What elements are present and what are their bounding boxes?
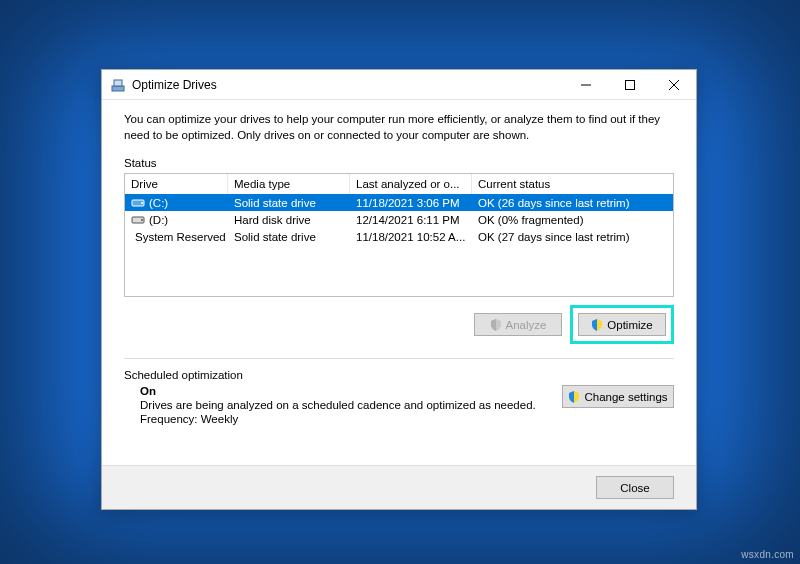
- optimize-drives-window: Optimize Drives You can optimize your dr…: [101, 69, 697, 510]
- table-row[interactable]: System ReservedSolid state drive11/18/20…: [125, 228, 673, 245]
- change-settings-label: Change settings: [584, 391, 667, 403]
- table-row[interactable]: (D:)Hard disk drive12/14/2021 6:11 PMOK …: [125, 211, 673, 228]
- drive-status: OK (0% fragmented): [472, 214, 673, 226]
- drive-last: 11/18/2021 3:06 PM: [350, 197, 472, 209]
- scheduled-label: Scheduled optimization: [124, 369, 674, 381]
- drive-list: Drive Media type Last analyzed or o... C…: [124, 173, 674, 297]
- drive-name: (C:): [149, 197, 168, 209]
- change-settings-button[interactable]: Change settings: [562, 385, 674, 408]
- svg-rect-4: [626, 80, 635, 89]
- close-dialog-button[interactable]: Close: [596, 476, 674, 499]
- drive-media: Hard disk drive: [228, 214, 350, 226]
- footer: Close: [102, 465, 696, 509]
- close-label: Close: [620, 482, 649, 494]
- drive-name: System Reserved: [135, 231, 226, 243]
- titlebar: Optimize Drives: [102, 70, 696, 100]
- close-button[interactable]: [652, 70, 696, 100]
- optimize-highlight: Optimize: [570, 305, 674, 344]
- shield-icon: [490, 319, 502, 331]
- svg-point-2: [121, 87, 123, 89]
- scheduled-freq: Frequency: Weekly: [140, 413, 562, 425]
- col-drive[interactable]: Drive: [125, 174, 228, 194]
- watermark: wsxdn.com: [741, 549, 794, 560]
- drive-status: OK (27 days since last retrim): [472, 231, 673, 243]
- drive-last: 12/14/2021 6:11 PM: [350, 214, 472, 226]
- table-row[interactable]: (C:)Solid state drive11/18/2021 3:06 PMO…: [125, 194, 673, 211]
- shield-icon: [568, 391, 580, 403]
- optimize-button[interactable]: Optimize: [578, 313, 666, 336]
- svg-rect-1: [114, 80, 122, 86]
- drive-last: 11/18/2021 10:52 A...: [350, 231, 472, 243]
- optimize-label: Optimize: [607, 319, 652, 331]
- divider: [124, 358, 674, 359]
- scheduled-state: On: [140, 385, 562, 397]
- minimize-button[interactable]: [564, 70, 608, 100]
- drive-status: OK (26 days since last retrim): [472, 197, 673, 209]
- drive-icon: [131, 214, 145, 225]
- window-title: Optimize Drives: [132, 78, 564, 92]
- scheduled-desc: Drives are being analyzed on a scheduled…: [140, 399, 562, 411]
- svg-point-8: [141, 202, 143, 204]
- description-text: You can optimize your drives to help you…: [124, 112, 674, 143]
- drive-icon: [131, 197, 145, 208]
- maximize-button[interactable]: [608, 70, 652, 100]
- drive-media: Solid state drive: [228, 231, 350, 243]
- analyze-button: Analyze: [474, 313, 562, 336]
- col-media[interactable]: Media type: [228, 174, 350, 194]
- col-last[interactable]: Last analyzed or o...: [350, 174, 472, 194]
- analyze-label: Analyze: [506, 319, 547, 331]
- drive-name: (D:): [149, 214, 168, 226]
- status-label: Status: [124, 157, 674, 169]
- app-icon: [110, 77, 126, 93]
- svg-point-10: [141, 219, 143, 221]
- drive-media: Solid state drive: [228, 197, 350, 209]
- shield-icon: [591, 319, 603, 331]
- drive-list-header: Drive Media type Last analyzed or o... C…: [125, 174, 673, 194]
- col-status[interactable]: Current status: [472, 174, 673, 194]
